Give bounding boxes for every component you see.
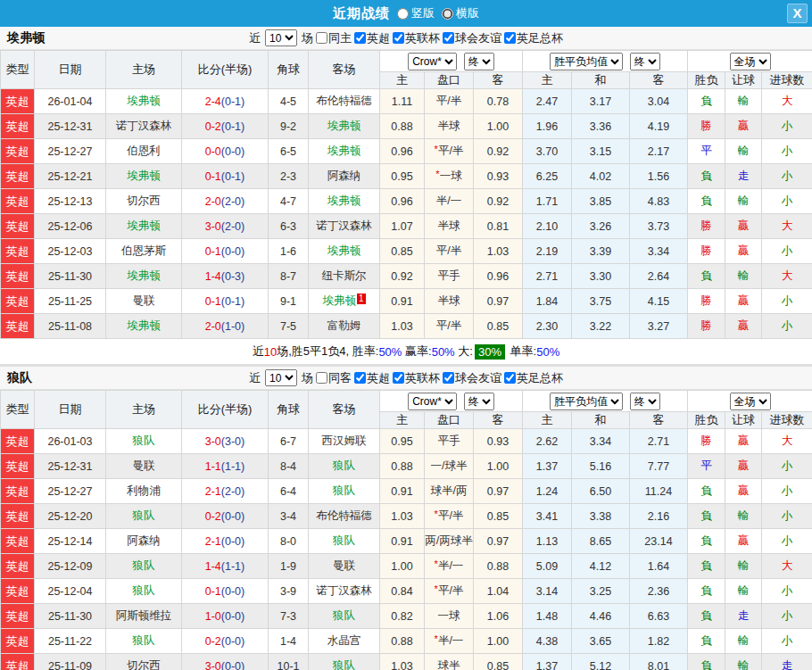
layout-horizontal-option[interactable]: 横版 <box>442 5 479 21</box>
same-away-filter[interactable]: 同客 <box>316 370 352 386</box>
section-wolves: 狼队 近 10 场 同客 英超 英联杯 球会 <box>0 365 812 670</box>
league-badge: 英超 <box>1 529 35 554</box>
bookmaker-select[interactable]: Crow* <box>408 393 457 410</box>
close-button[interactable]: X <box>787 4 808 23</box>
final-avg-select[interactable]: 终 <box>630 53 660 70</box>
crown-home-odds-cell: 0.92 <box>380 264 425 289</box>
handicap-result-cell: 輸 <box>725 629 762 654</box>
home-team-cell: 狼队 <box>106 554 182 579</box>
same-home-filter[interactable]: 同主 <box>316 30 352 46</box>
league-filter-fa-cup[interactable]: 英足总杯 <box>504 30 563 46</box>
scope-select[interactable]: 全场 <box>730 53 771 70</box>
avg-select[interactable]: 胜平负均值 <box>550 53 623 70</box>
date-cell: 25-11-09 <box>35 654 106 670</box>
vertical-radio[interactable] <box>397 8 409 20</box>
corner-cell: 8-0 <box>269 529 309 554</box>
crown-home-odds-cell: 0.88 <box>380 629 425 654</box>
date-cell: 25-12-13 <box>35 189 106 214</box>
handicap-line-cell: *半/一 <box>425 554 474 579</box>
result-cell: 勝 <box>688 289 725 314</box>
goals-result-cell: 小 <box>762 239 812 264</box>
crown-away-odds-cell: 0.85 <box>474 654 523 670</box>
match-row: 英超 25-12-27 伯恩利 0-0(0-0) 6-5 埃弗顿 0.96 *平… <box>1 139 812 164</box>
league-badge: 英超 <box>1 189 35 214</box>
avg-draw-cell: 3.34 <box>572 429 630 454</box>
col-handicap: 让球 <box>725 412 762 429</box>
scope-select[interactable]: 全场 <box>730 393 771 410</box>
friendly-checkbox[interactable] <box>443 372 454 384</box>
league-filter-friendly[interactable]: 球会友谊 <box>443 30 501 46</box>
score-cell: 2-0(2-0) <box>182 189 269 214</box>
league-badge: 英超 <box>1 214 35 239</box>
date-cell: 25-12-14 <box>35 529 106 554</box>
avg-select[interactable]: 胜平负均值 <box>550 393 623 410</box>
friendly-checkbox[interactable] <box>443 32 454 44</box>
fa-cup-checkbox[interactable] <box>504 372 516 384</box>
premier-checkbox[interactable] <box>354 32 366 44</box>
crown-home-odds-cell: 0.82 <box>380 604 425 629</box>
match-row: 英超 25-12-27 利物浦 2-1(2-0) 6-4 狼队 0.91 球半/… <box>1 479 812 504</box>
goals-result-cell: 小 <box>762 454 812 479</box>
corner-cell: 6-7 <box>269 429 309 454</box>
avg-away-cell: 2.17 <box>630 139 688 164</box>
avg-away-cell: 3.34 <box>630 239 688 264</box>
crown-home-odds-cell: 0.91 <box>380 479 425 504</box>
everton-filterbar: 埃弗顿 近 10 场 同主 英超 英联杯 球 <box>0 27 812 50</box>
col-home: 主场 <box>106 391 182 429</box>
result-cell: 負 <box>688 529 725 554</box>
bookmaker-select[interactable]: Crow* <box>408 53 457 70</box>
avg-draw-cell: 4.12 <box>572 554 630 579</box>
avg-home-cell: 2.19 <box>523 239 572 264</box>
handicap-line-cell: 半球 <box>425 214 474 239</box>
games-count-select[interactable]: 10 <box>265 29 297 46</box>
goals-result-cell: 小 <box>762 189 812 214</box>
date-cell: 25-12-20 <box>35 504 106 529</box>
league-filter-fa-cup[interactable]: 英足总杯 <box>504 370 563 386</box>
score-cell: 0-2(0-0) <box>182 504 269 529</box>
result-cell: 負 <box>688 579 725 604</box>
home-team-cell: 埃弗顿 <box>106 214 182 239</box>
avg-draw-cell: 3.30 <box>572 264 630 289</box>
same-away-checkbox[interactable] <box>316 372 327 384</box>
final-odds-select[interactable]: 终 <box>464 393 494 410</box>
efl-cup-checkbox[interactable] <box>393 372 404 384</box>
efl-cup-checkbox[interactable] <box>393 32 404 44</box>
premier-checkbox[interactable] <box>354 372 366 384</box>
final-odds-select[interactable]: 终 <box>464 53 494 70</box>
result-cell: 勝 <box>688 314 725 339</box>
away-team-cell: 狼队 <box>309 529 380 554</box>
final-avg-select[interactable]: 终 <box>630 393 660 410</box>
col-odds-line: 盘口 <box>425 412 474 429</box>
away-team-cell: 狼队 <box>309 604 380 629</box>
window-title: 近期战绩 <box>333 5 390 22</box>
handicap-result-cell: 贏 <box>725 454 762 479</box>
horizontal-radio[interactable] <box>442 8 453 20</box>
goals-result-cell: 大 <box>762 264 812 289</box>
score-cell: 2-1(0-0) <box>182 529 269 554</box>
col-away: 客场 <box>309 391 380 429</box>
avg-controls: 胜平负均值 终 <box>523 391 688 412</box>
score-cell: 2-0(1-0) <box>182 314 269 339</box>
score-cell: 1-0(0-0) <box>182 604 269 629</box>
fa-cup-checkbox[interactable] <box>504 32 516 44</box>
score-cell: 0-0(0-0) <box>182 139 269 164</box>
league-filter-premier[interactable]: 英超 <box>354 30 390 46</box>
league-filter-premier[interactable]: 英超 <box>354 370 390 386</box>
league-filter-friendly[interactable]: 球会友谊 <box>443 370 501 386</box>
same-home-checkbox[interactable] <box>316 32 327 44</box>
games-count-select[interactable]: 10 <box>265 369 297 386</box>
handicap-result-cell: 輸 <box>725 504 762 529</box>
score-cell: 0-2(0-0) <box>182 629 269 654</box>
date-cell: 25-12-27 <box>35 139 106 164</box>
crown-away-odds-cell: 0.81 <box>474 214 523 239</box>
match-row: 英超 25-12-31 曼联 1-1(1-1) 8-4 狼队 0.88 一/球半… <box>1 454 812 479</box>
league-badge: 英超 <box>1 164 35 189</box>
league-filter-efl-cup[interactable]: 英联杯 <box>393 370 440 386</box>
avg-draw-cell: 3.17 <box>572 89 630 114</box>
corner-cell: 7-3 <box>269 604 309 629</box>
handicap-line-cell: 半/一 <box>425 189 474 214</box>
avg-home-cell: 1.96 <box>523 114 572 139</box>
layout-vertical-option[interactable]: 竖版 <box>397 5 435 21</box>
away-team-cell: 富勒姆 <box>309 314 380 339</box>
league-filter-efl-cup[interactable]: 英联杯 <box>393 30 440 46</box>
